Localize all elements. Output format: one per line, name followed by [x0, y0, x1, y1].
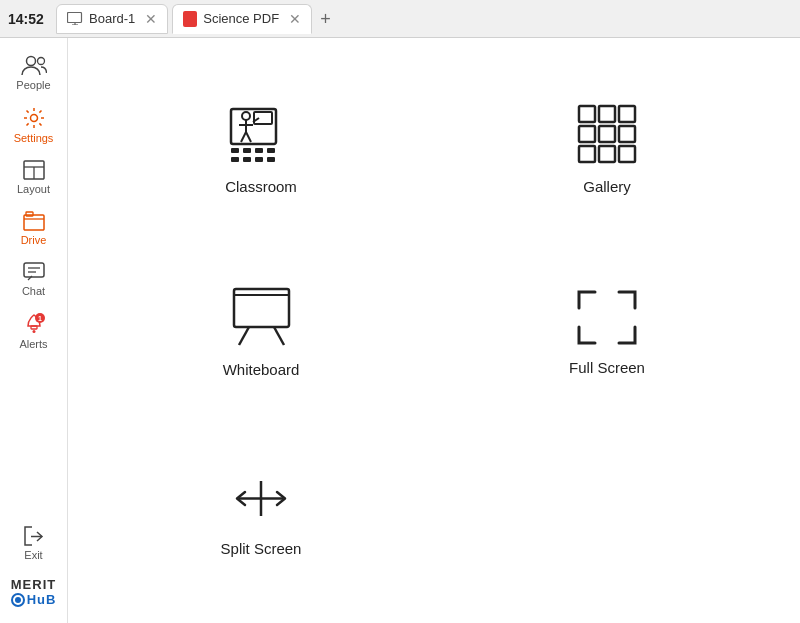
svg-rect-41: [619, 126, 635, 142]
sidebar: People Settings Layout: [0, 38, 68, 623]
svg-rect-21: [254, 112, 272, 124]
sidebar-item-people[interactable]: People: [0, 46, 67, 99]
people-icon: [21, 54, 47, 76]
tab-board-close[interactable]: ✕: [145, 12, 157, 26]
settings-icon: [23, 107, 45, 129]
svg-rect-9: [24, 215, 44, 230]
svg-rect-37: [599, 106, 615, 122]
view-option-classroom[interactable]: Classroom: [88, 58, 434, 241]
sidebar-label-layout: Layout: [17, 183, 50, 195]
drive-icon: [23, 211, 45, 231]
sidebar-item-settings[interactable]: Settings: [0, 99, 67, 152]
clock: 14:52: [8, 11, 44, 27]
view-gallery-label: Gallery: [583, 178, 631, 195]
svg-line-26: [246, 132, 251, 142]
sidebar-item-exit[interactable]: Exit: [0, 518, 67, 569]
view-splitscreen-label: Split Screen: [221, 540, 302, 557]
gallery-icon: [577, 104, 637, 164]
svg-line-46: [239, 327, 249, 345]
tab-bar: 14:52 Board-1 ✕ Science PDF ✕ +: [0, 0, 800, 38]
sidebar-label-chat: Chat: [22, 285, 45, 297]
alerts-icon: 1: [23, 313, 45, 335]
svg-rect-28: [231, 148, 239, 153]
svg-rect-39: [579, 126, 595, 142]
tab-science-close[interactable]: ✕: [289, 12, 301, 26]
view-option-gallery[interactable]: Gallery: [434, 58, 780, 241]
svg-rect-32: [231, 157, 239, 162]
svg-rect-0: [68, 13, 82, 23]
content-area: Classroom Gallery: [68, 38, 800, 623]
sidebar-label-drive: Drive: [21, 234, 47, 246]
view-grid: Classroom Gallery: [68, 38, 800, 623]
svg-rect-43: [599, 146, 615, 162]
svg-rect-11: [24, 263, 44, 277]
brand-hub-label: HuB: [27, 592, 57, 607]
tab-board[interactable]: Board-1 ✕: [56, 4, 168, 34]
svg-rect-34: [255, 157, 263, 162]
view-option-fullscreen[interactable]: Full Screen: [434, 241, 780, 424]
brand-o-icon: [11, 593, 25, 607]
view-fullscreen-label: Full Screen: [569, 359, 645, 376]
svg-rect-42: [579, 146, 595, 162]
svg-rect-44: [619, 146, 635, 162]
svg-text:1: 1: [38, 315, 42, 322]
tab-science[interactable]: Science PDF ✕: [172, 4, 312, 34]
whiteboard-icon: [229, 287, 294, 347]
svg-rect-31: [267, 148, 275, 153]
svg-point-22: [242, 112, 250, 120]
svg-rect-33: [243, 157, 251, 162]
view-option-whiteboard[interactable]: Whiteboard: [88, 241, 434, 424]
fullscreen-icon: [577, 290, 637, 345]
splitscreen-icon: [231, 471, 291, 526]
add-tab-button[interactable]: +: [320, 10, 331, 28]
tab-board-label: Board-1: [89, 11, 135, 26]
svg-line-25: [241, 132, 246, 142]
view-option-splitscreen[interactable]: Split Screen: [88, 425, 434, 603]
svg-rect-30: [255, 148, 263, 153]
sidebar-label-settings: Settings: [14, 132, 54, 144]
sidebar-label-alerts: Alerts: [19, 338, 47, 350]
board-tab-icon: [67, 12, 83, 25]
view-classroom-label: Classroom: [225, 178, 297, 195]
sidebar-brand: MERIT HuB: [7, 569, 61, 615]
svg-rect-35: [267, 157, 275, 162]
sidebar-label-exit: Exit: [24, 549, 42, 561]
layout-icon: [23, 160, 45, 180]
brand-name: MERIT: [11, 577, 56, 592]
svg-rect-10: [26, 212, 33, 216]
chat-icon: [23, 262, 45, 282]
tab-science-label: Science PDF: [203, 11, 279, 26]
sidebar-item-drive[interactable]: Drive: [0, 203, 67, 254]
svg-point-5: [30, 115, 37, 122]
svg-point-3: [26, 57, 35, 66]
classroom-icon: [226, 104, 296, 164]
svg-rect-29: [243, 148, 251, 153]
main-layout: People Settings Layout: [0, 38, 800, 623]
exit-icon: [23, 526, 45, 546]
sidebar-label-people: People: [16, 79, 50, 91]
sidebar-item-alerts[interactable]: 1 Alerts: [0, 305, 67, 358]
brand-sub: HuB: [11, 592, 57, 607]
sidebar-item-chat[interactable]: Chat: [0, 254, 67, 305]
view-whiteboard-label: Whiteboard: [223, 361, 300, 378]
svg-point-15: [32, 330, 35, 333]
svg-line-47: [274, 327, 284, 345]
svg-rect-36: [579, 106, 595, 122]
svg-rect-38: [619, 106, 635, 122]
pdf-tab-icon: [183, 11, 197, 27]
svg-point-4: [37, 58, 44, 65]
svg-rect-40: [599, 126, 615, 142]
svg-rect-14: [31, 326, 37, 329]
brand-o-inner: [15, 597, 21, 603]
sidebar-item-layout[interactable]: Layout: [0, 152, 67, 203]
